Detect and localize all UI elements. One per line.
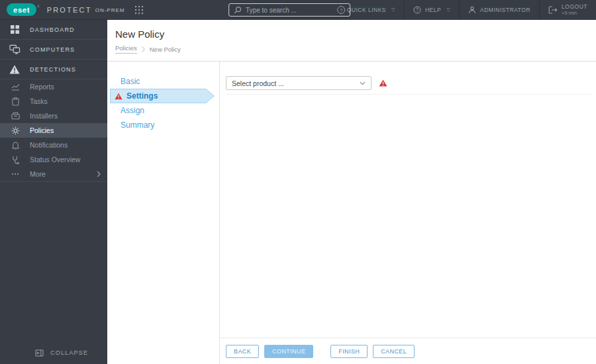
search-help-icon[interactable]: ? <box>337 6 345 14</box>
global-search[interactable]: ? <box>228 3 350 17</box>
wizard-step-basic[interactable]: Basic <box>107 74 219 89</box>
back-button[interactable]: BACK <box>226 345 259 358</box>
logout-button[interactable]: LOGOUT >9 min <box>539 0 596 20</box>
search-input[interactable] <box>246 7 337 14</box>
collapse-label: COLLAPSE <box>50 349 88 356</box>
sidebar-item-status-overview[interactable]: Status Overview <box>0 152 107 167</box>
product-edition: ON-PREM <box>95 7 125 13</box>
sidebar-item-tasks[interactable]: Tasks <box>0 94 107 109</box>
content-area: New Policy Policies New Policy Basic <box>107 20 596 364</box>
user-label: ADMINISTRATOR <box>480 7 530 13</box>
tasks-icon <box>11 97 20 106</box>
chevron-down-icon <box>360 81 366 85</box>
top-bar-menu: QUICK LINKS ▽ HELP ▽ <box>338 0 596 20</box>
sidebar-item-dashboard[interactable]: DASHBOARD <box>0 20 107 40</box>
registered-mark: ® <box>37 5 40 9</box>
eset-protect-console: eset ® PROTECT ON-PREM ? QUICK <box>0 0 596 364</box>
quick-links-label: QUICK LINKS <box>347 7 386 13</box>
product-select-value: Select product ... <box>232 79 360 87</box>
validation-warning-icon <box>379 79 387 87</box>
warning-triangle-icon <box>9 65 21 74</box>
product-name: PROTECT <box>47 6 92 14</box>
more-ellipsis-icon <box>11 173 20 175</box>
cancel-button[interactable]: CANCEL <box>373 345 415 358</box>
finish-button[interactable]: FINISH <box>330 345 368 358</box>
logout-timer: >9 min <box>562 10 587 16</box>
page-title: New Policy <box>115 28 596 40</box>
main-navigation-sidebar: DASHBOARD COMPUTERS <box>0 20 107 364</box>
product-select-dropdown[interactable]: Select product ... <box>226 76 372 90</box>
breadcrumb: Policies New Policy <box>115 44 596 54</box>
sidebar-item-detections[interactable]: DETECTIONS <box>0 60 107 79</box>
installers-icon <box>11 112 20 120</box>
settings-step-panel: Select product ... <box>220 62 596 364</box>
notifications-bell-icon <box>11 141 20 150</box>
breadcrumb-current: New Policy <box>150 46 181 53</box>
help-label: HELP <box>425 7 441 13</box>
eset-logo-text: eset <box>13 6 30 14</box>
sidebar-item-more[interactable]: More <box>0 167 107 181</box>
sidebar-collapse-button[interactable]: COLLAPSE <box>0 341 107 364</box>
chevron-down-icon: ▽ <box>391 7 395 13</box>
sidebar-item-policies[interactable]: Policies <box>0 123 107 138</box>
page-header: New Policy Policies New Policy <box>107 20 596 61</box>
eset-logo: eset <box>7 3 36 16</box>
user-icon <box>468 6 476 14</box>
search-icon <box>234 6 242 14</box>
chevron-right-icon <box>97 171 101 177</box>
top-bar: eset ® PROTECT ON-PREM ? QUICK <box>0 0 596 20</box>
status-overview-icon <box>11 156 20 164</box>
reports-icon <box>11 83 20 91</box>
wizard-step-summary[interactable]: Summary <box>107 118 219 132</box>
user-menu[interactable]: ADMINISTRATOR <box>459 0 539 20</box>
sidebar-item-computers[interactable]: COMPUTERS <box>0 40 107 60</box>
step-warning-icon <box>115 93 123 100</box>
logout-icon <box>548 6 558 14</box>
policies-gear-icon <box>11 126 20 135</box>
wizard-step-settings[interactable]: Settings <box>107 89 219 103</box>
app-launcher-grid-icon[interactable] <box>134 5 144 15</box>
logout-label: LOGOUT <box>562 3 587 11</box>
continue-button[interactable]: CONTINUE <box>264 345 313 358</box>
chevron-down-icon: ▽ <box>446 7 450 13</box>
sidebar-item-notifications[interactable]: Notifications <box>0 138 107 152</box>
wizard-footer: BACK CONTINUE FINISH CANCEL <box>220 338 596 364</box>
sidebar-item-installers[interactable]: Installers <box>0 109 107 123</box>
help-menu[interactable]: HELP ▽ <box>404 0 459 20</box>
wizard-steps-panel: Basic <box>107 62 220 364</box>
breadcrumb-chevron-icon <box>142 46 145 52</box>
dashboard-icon <box>9 24 21 34</box>
sidebar-item-reports[interactable]: Reports <box>0 79 107 94</box>
breadcrumb-policies-link[interactable]: Policies <box>115 44 137 54</box>
computers-icon <box>9 44 21 54</box>
brand: eset ® PROTECT ON-PREM <box>7 3 124 16</box>
collapse-icon <box>35 349 44 357</box>
help-circle-icon <box>413 6 421 14</box>
